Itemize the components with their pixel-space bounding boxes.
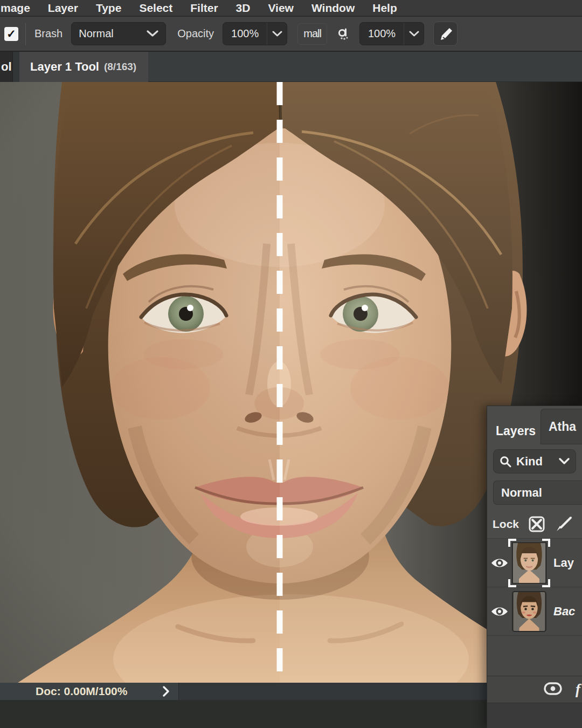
document-tab-bar: ol Layer 1 Tool (8/163) [0,52,582,82]
selection-bracket [508,579,516,587]
document-tab-active[interactable]: Layer 1 Tool (8/163) [19,52,148,82]
menu-item-view[interactable]: View [268,2,293,15]
layer-effects-icon[interactable]: f [576,681,581,698]
layers-list-empty-area [487,636,582,676]
link-layers-icon[interactable] [543,682,563,698]
menu-item-window[interactable]: Window [311,2,355,15]
document-tab-partial[interactable]: ol [0,52,13,82]
selection-bracket [542,539,550,547]
lock-transparency-icon[interactable] [528,516,545,533]
chevron-down-icon [559,458,570,465]
layer1-thumbnail-image [512,542,546,583]
menu-item-3d[interactable]: 3D [236,2,251,15]
pen-icon [438,26,453,42]
document-title: Layer 1 Tool [30,60,99,74]
photoshop-window: mage Layer Type Select Filter 3D View Wi… [0,0,582,728]
layer-row-background[interactable]: Bac [487,587,582,636]
tool-options-bar: ✓ Brash Normal Opacity 100% mall [0,17,582,52]
layer1-thumbnail[interactable] [512,542,546,583]
tab-bar-empty-area [148,52,582,82]
panel-bottom-strip [487,703,582,728]
menu-item-layer[interactable]: Layer [48,2,78,15]
document-title-suffix: (8/163) [104,61,136,73]
layers-panel: Layers Atha Kind Normal [487,406,582,728]
background-layer-name[interactable]: Bac [553,605,575,619]
menu-item-select[interactable]: Select [139,2,172,15]
flow-input[interactable]: 100% [359,22,424,45]
tab-layers-label: Layers [496,424,536,438]
panel-tabs: Layers Atha [487,406,582,445]
tab-layers[interactable]: Layers [487,406,536,445]
tab-secondary[interactable]: Atha [541,409,582,444]
blend-mode-row: Normal [487,478,582,510]
selection-bracket [542,579,550,587]
layer1-name[interactable]: Lay [553,556,574,570]
menu-item-help[interactable]: Help [372,2,397,15]
background-thumbnail[interactable] [512,591,546,632]
status-expand-icon[interactable] [163,686,170,697]
filter-kind-dropdown[interactable]: Kind [493,449,576,473]
menu-item-image[interactable]: mage [1,2,30,15]
blend-mode-dropdown[interactable]: Normal [71,22,166,45]
separator [25,23,26,45]
airbrush-icon[interactable] [337,27,351,41]
panel-blend-mode-dropdown[interactable]: Normal [493,480,582,505]
chevron-down-icon[interactable] [267,23,287,45]
flow-value: 100% [360,23,404,45]
flow-glyph: mall [303,28,321,40]
visibility-eye-icon[interactable] [487,557,512,569]
panel-footer: f [487,676,582,703]
layer-row-layer1[interactable]: Lay [487,539,582,587]
lock-label: Lock [493,518,519,531]
chevron-down-icon [147,30,158,37]
tool-name-label: Brash [34,28,63,40]
selection-bracket [508,539,516,547]
tab-partial-label: ol [1,60,12,74]
menu-bar: mage Layer Type Select Filter 3D View Wi… [0,0,582,16]
doc-info-text: Doc: 0.00M/100% [36,685,127,698]
background-thumbnail-image [512,591,546,632]
visibility-eye-icon[interactable] [487,605,512,618]
opacity-label: Opacity [177,28,214,40]
chevron-down-icon[interactable] [404,23,424,45]
doc-info-segment[interactable]: Doc: 0.00M/100% [0,683,179,700]
pressure-pen-button[interactable] [433,22,458,46]
opacity-value: 100% [223,23,267,45]
filter-row: Kind [487,445,582,478]
search-icon [500,456,511,468]
menu-item-filter[interactable]: Filter [190,2,218,15]
panel-blend-mode-value: Normal [501,486,542,500]
opacity-input[interactable]: 100% [223,22,287,45]
lock-row: Lock [487,510,582,539]
lock-paint-icon[interactable] [555,516,573,533]
flow-control[interactable]: mall [297,23,327,45]
check-icon: ✓ [6,28,16,40]
tool-enabled-checkbox[interactable]: ✓ [4,27,18,41]
blend-mode-value: Normal [79,28,147,40]
filter-kind-label: Kind [516,455,543,469]
menu-item-type[interactable]: Type [96,2,121,15]
tab-secondary-label: Atha [549,420,576,434]
